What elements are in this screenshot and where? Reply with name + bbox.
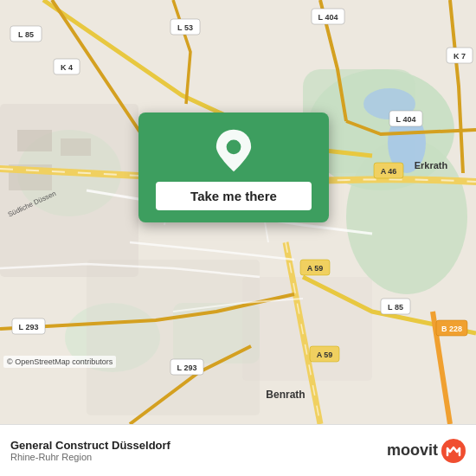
action-card[interactable]: Take me there [138, 113, 329, 222]
svg-text:L 85: L 85 [18, 30, 34, 39]
svg-text:B 228: B 228 [441, 325, 462, 333]
map-container: L 85 L 53 L 404 L 404 K 7 K 4 A 46 A 46 … [0, 0, 476, 424]
map-attribution: © OpenStreetMap contributors [3, 356, 116, 368]
svg-text:K 7: K 7 [453, 52, 466, 61]
take-me-there-button[interactable]: Take me there [156, 182, 312, 210]
location-region: Rhine-Ruhr Region [10, 452, 170, 462]
bottom-bar: General Construct Düsseldorf Rhine-Ruhr … [0, 424, 476, 476]
location-name: General Construct Düsseldorf [10, 439, 170, 452]
svg-rect-12 [17, 130, 52, 151]
svg-text:Erkrath: Erkrath [415, 160, 448, 170]
svg-text:L 404: L 404 [318, 13, 338, 22]
location-info: General Construct Düsseldorf Rhine-Ruhr … [10, 439, 170, 462]
moovit-text: moovit [387, 441, 438, 460]
svg-point-49 [227, 139, 241, 154]
svg-text:L 53: L 53 [177, 23, 193, 32]
svg-text:A 59: A 59 [317, 351, 333, 359]
svg-text:Benrath: Benrath [266, 389, 305, 401]
svg-text:L 293: L 293 [19, 323, 39, 331]
svg-text:L 85: L 85 [388, 303, 403, 312]
svg-rect-13 [61, 138, 91, 156]
location-pin-icon-2 [211, 128, 256, 173]
svg-text:L 404: L 404 [396, 115, 416, 124]
svg-text:K 4: K 4 [61, 63, 73, 72]
svg-text:A 59: A 59 [307, 264, 324, 273]
moovit-dot-icon [441, 439, 466, 463]
moovit-logo: moovit [387, 439, 466, 463]
svg-text:A 46: A 46 [381, 167, 397, 176]
svg-text:L 293: L 293 [177, 363, 197, 372]
